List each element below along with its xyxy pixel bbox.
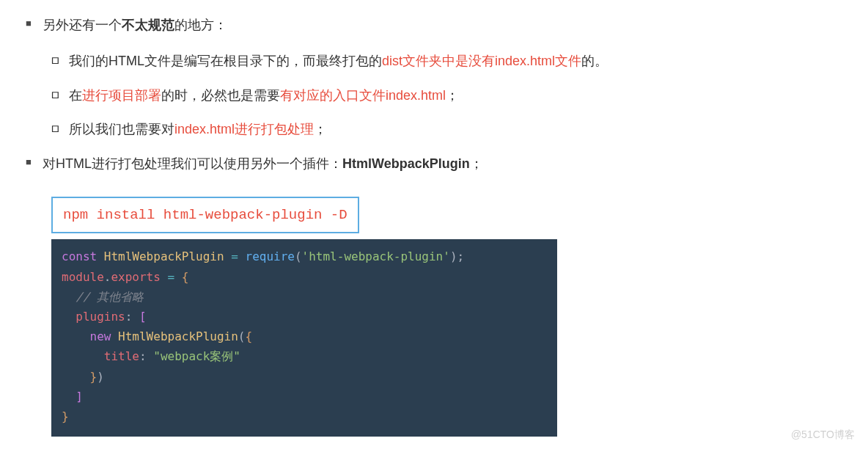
bold-text: HtmlWebpackPlugin [342,156,470,171]
text: 的时，必然也是需要 [161,88,280,103]
npm-command-box: npm install html-webpack-plugin -D [51,197,359,233]
bold-text: 不太规范 [122,18,174,32]
tok: : [125,310,133,324]
code-line: title: "webpack案例" [62,346,547,366]
sub-bullet-3: 所以我们也需要对index.html进行打包处理； [51,119,846,140]
highlight-text: 有对应的入口文件index.html [280,88,446,103]
tok [62,349,104,363]
tok [62,290,76,304]
tok: { [182,270,189,284]
tok [132,310,139,324]
tok: { [245,329,252,343]
code-line: new HtmlWebpackPlugin({ [62,327,547,346]
tok [62,390,76,404]
tok [111,329,118,343]
tok: title [104,349,139,363]
code-line: ] [62,387,547,407]
code-line: } [62,407,547,426]
tok: : [139,349,147,363]
tok: "webpack案例" [153,349,240,363]
tok [174,270,182,284]
tok: [ [139,310,147,324]
code-line: // 其他省略 [62,287,547,307]
tok: ; [457,249,465,263]
tok: const [62,249,97,263]
text: 另外还有一个 [43,18,122,32]
tok [62,329,90,343]
sub-bullet-1: 我们的HTML文件是编写在根目录下的，而最终打包的dist文件夹中是没有inde… [51,51,846,72]
tok: ] [76,390,83,404]
text: 我们的HTML文件是编写在根目录下的，而最终打包的 [69,54,382,68]
tok: HtmlWebpackPlugin [104,249,224,263]
bullet-item-1: 另外还有一个不太规范的地方： [22,15,846,36]
tok [147,349,154,363]
tok: ( [295,249,302,263]
text: 在 [69,88,82,103]
tok [62,310,76,324]
text: 的地方： [174,18,227,32]
code-line: plugins: [ [62,307,547,327]
highlight-text: 进行项目部署 [82,88,161,103]
text: ； [314,122,327,136]
tok: plugins [76,310,125,324]
tok [161,270,168,284]
highlight-text: dist文件夹中是没有index.html文件 [382,54,581,68]
tok: . [104,270,111,284]
tok: = [168,270,175,284]
npm-command-text: npm install html-webpack-plugin -D [63,207,347,223]
bullet-item-2: 对HTML进行打包处理我们可以使用另外一个插件：HtmlWebpackPlugi… [22,153,846,175]
tok: ) [450,249,457,263]
sub-bullet-2: 在进行项目部署的时，必然也是需要有对应的入口文件index.html； [51,85,846,106]
text: 对HTML进行打包处理我们可以使用另外一个插件： [43,156,342,171]
watermark: @51CTO博客 [791,426,855,442]
tok [97,249,104,263]
highlight-text: index.html进行打包处理 [174,122,314,136]
tok: = [231,249,238,263]
tok: HtmlWebpackPlugin [118,329,238,343]
text: 所以我们也需要对 [69,122,174,136]
code-line: const HtmlWebpackPlugin = require('html-… [62,247,547,266]
tok [224,249,232,263]
tok: 'html-webpack-plugin' [302,249,450,263]
tok: new [90,329,111,343]
text: ； [470,156,483,171]
code-line: module.exports = { [62,267,547,287]
code-line: }) [62,367,547,387]
tok: // 其他省略 [76,290,144,304]
tok: } [90,370,98,384]
text: ； [446,88,459,103]
tok: require [246,249,295,263]
tok: } [62,409,69,423]
tok: exports [111,270,160,284]
tok: module [62,270,104,284]
tok [62,370,90,384]
text: 的。 [581,54,608,68]
tok [238,249,246,263]
tok: ) [97,370,104,384]
code-block: const HtmlWebpackPlugin = require('html-… [51,239,557,437]
